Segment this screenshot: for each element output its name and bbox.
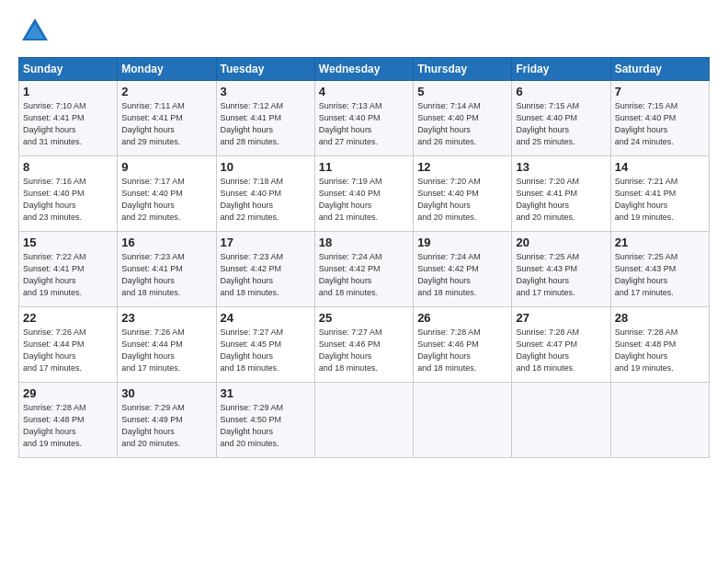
day-info: Sunrise: 7:28 AMSunset: 4:48 PMDaylight … [23,402,113,450]
header [18,15,710,48]
calendar-cell: 22Sunrise: 7:26 AMSunset: 4:44 PMDayligh… [19,307,118,383]
day-info: Sunrise: 7:28 AMSunset: 4:47 PMDaylight … [516,327,606,374]
calendar-cell: 27Sunrise: 7:28 AMSunset: 4:47 PMDayligh… [512,307,610,383]
day-number: 28 [615,311,705,325]
calendar-cell: 19Sunrise: 7:24 AMSunset: 4:42 PMDayligh… [414,232,512,307]
calendar-cell: 18Sunrise: 7:24 AMSunset: 4:42 PMDayligh… [314,232,413,307]
calendar-cell: 14Sunrise: 7:21 AMSunset: 4:41 PMDayligh… [610,156,709,232]
day-number: 21 [615,236,705,249]
weekday-header-friday: Friday [512,58,610,81]
calendar-cell: 12Sunrise: 7:20 AMSunset: 4:40 PMDayligh… [414,156,512,232]
calendar-week-row: 15Sunrise: 7:22 AMSunset: 4:41 PMDayligh… [19,232,710,307]
calendar-cell: 8Sunrise: 7:16 AMSunset: 4:40 PMDaylight… [19,156,118,232]
day-info: Sunrise: 7:25 AMSunset: 4:43 PMDaylight … [516,251,606,299]
day-number: 23 [121,311,211,325]
day-info: Sunrise: 7:25 AMSunset: 4:43 PMDaylight … [615,251,705,299]
calendar-cell: 15Sunrise: 7:22 AMSunset: 4:41 PMDayligh… [19,232,118,307]
day-number: 18 [319,236,409,249]
day-info: Sunrise: 7:19 AMSunset: 4:40 PMDaylight … [319,176,409,224]
calendar-cell: 1Sunrise: 7:10 AMSunset: 4:41 PMDaylight… [19,81,118,156]
day-number: 12 [417,160,507,174]
calendar-cell: 6Sunrise: 7:15 AMSunset: 4:40 PMDaylight… [512,81,610,156]
day-number: 16 [121,236,211,249]
calendar-cell [610,383,709,458]
day-info: Sunrise: 7:24 AMSunset: 4:42 PMDaylight … [417,251,507,299]
calendar-cell: 28Sunrise: 7:28 AMSunset: 4:48 PMDayligh… [610,307,709,383]
day-info: Sunrise: 7:26 AMSunset: 4:44 PMDaylight … [23,327,113,374]
calendar-week-row: 1Sunrise: 7:10 AMSunset: 4:41 PMDaylight… [19,81,710,156]
calendar-cell: 11Sunrise: 7:19 AMSunset: 4:40 PMDayligh… [314,156,413,232]
calendar-cell: 20Sunrise: 7:25 AMSunset: 4:43 PMDayligh… [512,232,610,307]
calendar-cell: 3Sunrise: 7:12 AMSunset: 4:41 PMDaylight… [216,81,314,156]
day-number: 25 [319,311,409,325]
day-info: Sunrise: 7:17 AMSunset: 4:40 PMDaylight … [121,176,211,224]
day-number: 29 [23,386,113,400]
day-info: Sunrise: 7:12 AMSunset: 4:41 PMDaylight … [221,100,311,148]
calendar-week-row: 22Sunrise: 7:26 AMSunset: 4:44 PMDayligh… [19,307,710,383]
calendar-cell: 4Sunrise: 7:13 AMSunset: 4:40 PMDaylight… [314,81,413,156]
calendar-cell: 9Sunrise: 7:17 AMSunset: 4:40 PMDaylight… [118,156,216,232]
calendar-cell: 21Sunrise: 7:25 AMSunset: 4:43 PMDayligh… [610,232,709,307]
day-number: 27 [516,311,606,325]
calendar-cell: 25Sunrise: 7:27 AMSunset: 4:46 PMDayligh… [314,307,413,383]
day-number: 8 [23,160,113,174]
day-number: 10 [221,160,311,174]
day-info: Sunrise: 7:22 AMSunset: 4:41 PMDaylight … [23,251,113,299]
weekday-header-row: SundayMondayTuesdayWednesdayThursdayFrid… [19,58,710,81]
day-info: Sunrise: 7:20 AMSunset: 4:41 PMDaylight … [516,176,606,224]
day-info: Sunrise: 7:28 AMSunset: 4:46 PMDaylight … [417,327,507,374]
day-info: Sunrise: 7:15 AMSunset: 4:40 PMDaylight … [516,100,606,148]
day-number: 14 [615,160,705,174]
day-info: Sunrise: 7:29 AMSunset: 4:49 PMDaylight … [121,402,211,450]
day-number: 22 [23,311,113,325]
day-number: 9 [121,160,211,174]
day-info: Sunrise: 7:23 AMSunset: 4:42 PMDaylight … [221,251,311,299]
day-info: Sunrise: 7:20 AMSunset: 4:40 PMDaylight … [417,176,507,224]
weekday-header-saturday: Saturday [610,58,709,81]
day-number: 1 [23,85,113,98]
calendar-cell: 24Sunrise: 7:27 AMSunset: 4:45 PMDayligh… [216,307,314,383]
calendar-cell [414,383,512,458]
day-number: 15 [23,236,113,249]
day-info: Sunrise: 7:18 AMSunset: 4:40 PMDaylight … [221,176,311,224]
calendar-cell: 23Sunrise: 7:26 AMSunset: 4:44 PMDayligh… [118,307,216,383]
day-number: 6 [516,85,606,98]
day-info: Sunrise: 7:10 AMSunset: 4:41 PMDaylight … [23,100,113,148]
calendar-cell: 30Sunrise: 7:29 AMSunset: 4:49 PMDayligh… [118,383,216,458]
weekday-header-wednesday: Wednesday [314,58,413,81]
calendar-cell: 10Sunrise: 7:18 AMSunset: 4:40 PMDayligh… [216,156,314,232]
day-info: Sunrise: 7:15 AMSunset: 4:40 PMDaylight … [615,100,705,148]
day-number: 13 [516,160,606,174]
day-info: Sunrise: 7:13 AMSunset: 4:40 PMDaylight … [319,100,409,148]
logo [18,15,57,48]
day-number: 17 [221,236,311,249]
weekday-header-thursday: Thursday [414,58,512,81]
day-number: 20 [516,236,606,249]
day-info: Sunrise: 7:11 AMSunset: 4:41 PMDaylight … [121,100,211,148]
calendar-cell: 17Sunrise: 7:23 AMSunset: 4:42 PMDayligh… [216,232,314,307]
day-info: Sunrise: 7:21 AMSunset: 4:41 PMDaylight … [615,176,705,224]
calendar-week-row: 8Sunrise: 7:16 AMSunset: 4:40 PMDaylight… [19,156,710,232]
calendar-cell: 2Sunrise: 7:11 AMSunset: 4:41 PMDaylight… [118,81,216,156]
weekday-header-tuesday: Tuesday [216,58,314,81]
day-number: 11 [319,160,409,174]
page: SundayMondayTuesdayWednesdayThursdayFrid… [0,0,728,563]
calendar-cell: 31Sunrise: 7:29 AMSunset: 4:50 PMDayligh… [216,383,314,458]
day-number: 3 [221,85,311,98]
calendar-cell: 29Sunrise: 7:28 AMSunset: 4:48 PMDayligh… [19,383,118,458]
calendar-cell [314,383,413,458]
day-info: Sunrise: 7:14 AMSunset: 4:40 PMDaylight … [417,100,507,148]
day-number: 19 [417,236,507,249]
calendar-cell: 26Sunrise: 7:28 AMSunset: 4:46 PMDayligh… [414,307,512,383]
day-info: Sunrise: 7:24 AMSunset: 4:42 PMDaylight … [319,251,409,299]
logo-icon [18,15,51,48]
day-info: Sunrise: 7:28 AMSunset: 4:48 PMDaylight … [615,327,705,374]
weekday-header-monday: Monday [118,58,216,81]
day-info: Sunrise: 7:16 AMSunset: 4:40 PMDaylight … [23,176,113,224]
day-info: Sunrise: 7:23 AMSunset: 4:41 PMDaylight … [121,251,211,299]
calendar-cell [512,383,610,458]
day-number: 5 [417,85,507,98]
weekday-header-sunday: Sunday [19,58,118,81]
day-info: Sunrise: 7:27 AMSunset: 4:45 PMDaylight … [221,327,311,374]
calendar-table: SundayMondayTuesdayWednesdayThursdayFrid… [18,57,710,458]
